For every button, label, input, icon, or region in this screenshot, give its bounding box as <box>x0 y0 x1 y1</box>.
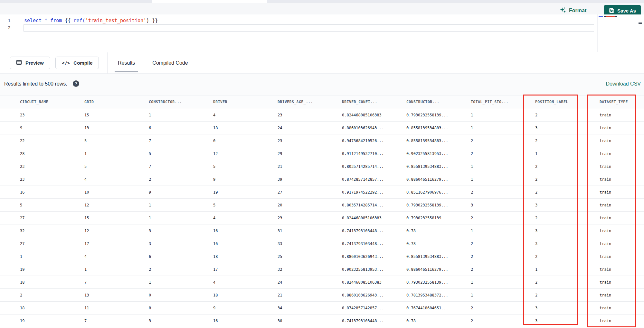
table-cell: 24 <box>258 126 322 130</box>
table-cell: 11 <box>64 306 129 310</box>
table-cell: 0.8035714285714... <box>322 164 386 169</box>
table-cell: 23 <box>0 113 64 117</box>
table-cell: 16 <box>0 190 64 195</box>
compile-label: Compile <box>73 60 92 66</box>
table-cell: 2 <box>451 254 515 259</box>
table-row: 1610919270.9171974522292...0.85116279069… <box>0 186 644 199</box>
table-row: 3212316310.7413793103448...0.7813train <box>0 224 644 237</box>
table-cell: 0.8558139534883... <box>386 254 451 259</box>
table-row: 181189340.8742857142857...0.767441860465… <box>0 302 644 314</box>
table-cell: 0.7930232558139... <box>386 216 451 220</box>
table-row: 913618240.8860103626943...0.855813953488… <box>0 122 644 134</box>
table-cell: 2 <box>515 254 580 259</box>
results-bar: Results limited to 500 rows. ? Download … <box>0 74 644 95</box>
sql-editor[interactable]: 1 2 select * from {{ ref('train_test_pos… <box>0 14 644 52</box>
table-cell: 0.8558139534883... <box>386 139 451 143</box>
table-cell: 33 <box>258 241 322 246</box>
table-row: 281512290.9112149532710...0.902325581395… <box>0 147 644 160</box>
table-cell: 5 <box>129 151 193 156</box>
table-header-row: CIRCUIT_NAMEGRIDCONSTRUCTOR...DRIVERDRIV… <box>0 95 644 108</box>
browser-tabstrip <box>0 0 644 3</box>
code-area: select * from {{ ref('train_test_positio… <box>24 17 158 24</box>
table-cell: 5 <box>193 164 258 169</box>
table-cell: 1 <box>451 126 515 130</box>
table-cell: train <box>580 293 644 297</box>
editor-minimap[interactable] <box>597 14 633 52</box>
row-limit-note: Results limited to 500 rows. <box>4 81 67 87</box>
column-header: GRID <box>64 100 129 104</box>
table-cell: 3 <box>129 229 193 233</box>
table-cell: 13 <box>64 126 129 130</box>
table-cell: 9 <box>193 306 258 310</box>
line-number-gutter: 1 2 <box>0 17 13 31</box>
table-cell: 3 <box>515 203 580 207</box>
table-cell: 7 <box>64 319 129 323</box>
table-cell: 18 <box>193 254 258 259</box>
tab-results[interactable]: Results <box>116 52 137 74</box>
table-cell: 21 <box>258 293 322 297</box>
column-header: CONSTRUCTOR... <box>129 100 193 104</box>
table-cell: 1 <box>451 177 515 182</box>
table-body: 231514230.8244680851063830.7930232558139… <box>0 109 644 327</box>
format-button[interactable]: Format <box>560 7 586 14</box>
table-cell: 6 <box>129 126 193 130</box>
table-cell: 19 <box>193 190 258 195</box>
table-cell: train <box>580 319 644 323</box>
table-cell: 9 <box>0 126 64 130</box>
table-cell: 8 <box>129 306 193 310</box>
preview-button[interactable]: Preview <box>10 57 50 69</box>
table-cell: train <box>580 229 644 233</box>
table-cell: 0.7674418604651... <box>386 306 451 310</box>
compile-button[interactable]: </> Compile <box>55 57 99 69</box>
table-cell: 3 <box>515 241 580 246</box>
table-cell: 0.7930232558139... <box>386 113 451 117</box>
floppy-disk-icon <box>609 8 614 14</box>
table-row: 51215200.8035714285714...0.7930232558139… <box>0 199 644 212</box>
table-cell: 2 <box>451 241 515 246</box>
table-cell: 1 <box>451 293 515 297</box>
table-cell: 3 <box>515 126 580 130</box>
table-cell: 2 <box>129 177 193 182</box>
table-cell: 1 <box>451 113 515 117</box>
table-cell: train <box>580 126 644 130</box>
table-cell: 1 <box>129 216 193 220</box>
table-row: 22570230.9473684210526...0.8558139534883… <box>0 134 644 147</box>
table-cell: 16 <box>193 241 258 246</box>
table-cell: 3 <box>451 203 515 207</box>
table-cell: 5 <box>193 203 258 207</box>
table-cell: 1 <box>64 151 129 156</box>
column-header: POSITION_LABEL <box>515 100 580 104</box>
table-cell: train <box>580 254 644 259</box>
table-row: 191217320.9023255813953...0.886046511627… <box>0 263 644 276</box>
table-cell: 0.7930232558139... <box>386 203 451 207</box>
table-cell: 2 <box>129 267 193 272</box>
table-cell: 13 <box>64 293 129 297</box>
table-cell: 7 <box>129 139 193 143</box>
table-cell: train <box>580 113 644 117</box>
overview-ruler-mark <box>639 23 642 24</box>
table-cell: 12 <box>64 229 129 233</box>
table-cell: 2 <box>515 190 580 195</box>
dbt-ide-screen: Format Save As 1 2 select * from {{ ref(… <box>0 0 644 328</box>
table-cell: 1 <box>0 254 64 259</box>
column-header: CONSTRUCTOR... <box>386 100 451 104</box>
table-cell: 0.8558139534883... <box>386 126 451 130</box>
table-cell: 0.8035714285714... <box>322 203 386 207</box>
table-cell: 10 <box>64 190 129 195</box>
table-cell: 18 <box>0 280 64 285</box>
table-row: 271514230.8244680851063830.7930232558139… <box>0 212 644 224</box>
table-cell: 0.8860465116279... <box>386 177 451 182</box>
table-cell: 0.9112149532710... <box>322 151 386 156</box>
table-cell: 0.824468085106383 <box>322 216 386 220</box>
download-csv-link[interactable]: Download CSV <box>606 81 641 87</box>
table-cell: 2 <box>515 280 580 285</box>
table-cell: 1 <box>451 229 515 233</box>
preview-label: Preview <box>25 60 44 66</box>
table-row: 18714240.8244680851063830.7930232558139.… <box>0 276 644 289</box>
help-icon[interactable]: ? <box>73 80 79 87</box>
table-cell: 0 <box>129 293 193 297</box>
sparkles-icon <box>560 7 566 14</box>
table-cell: train <box>580 203 644 207</box>
table-cell: 18 <box>193 126 258 130</box>
tab-compiled-code[interactable]: Compiled Code <box>150 52 190 74</box>
